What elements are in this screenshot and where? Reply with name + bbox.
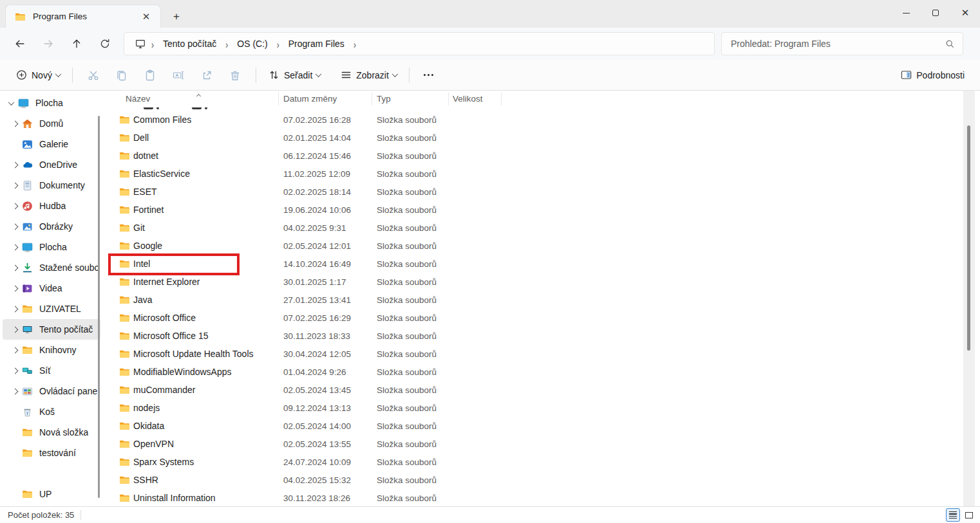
back-button[interactable]	[9, 33, 31, 55]
copy-button[interactable]	[108, 64, 136, 87]
sidebar-item-sta-en-soubo[interactable]: Stažené soubo	[3, 257, 100, 278]
table-row[interactable]: SSHR 04.02.2025 15:32 Složka souborů	[103, 471, 963, 489]
column-header-size[interactable]: Velikost	[453, 94, 483, 104]
expand-chevron-icon[interactable]	[8, 307, 22, 311]
delete-button[interactable]	[221, 64, 249, 87]
sort-button[interactable]: Seřadit	[263, 65, 326, 85]
video-icon	[22, 283, 33, 294]
view-button-label: Zobrazit	[356, 70, 389, 80]
expand-chevron-icon[interactable]	[8, 225, 22, 229]
sidebar-item-dokumenty[interactable]: Dokumenty	[3, 175, 100, 196]
table-row[interactable]: Sparx Systems 24.07.2024 10:09 Složka so…	[103, 453, 963, 471]
expand-chevron-icon[interactable]	[8, 122, 22, 126]
rename-button[interactable]	[164, 64, 193, 87]
share-button[interactable]	[193, 64, 221, 87]
sidebar-item-plocha[interactable]: Plocha	[3, 93, 100, 113]
cut-button[interactable]	[79, 64, 108, 87]
sidebar-item-onedrive[interactable]: OneDrive	[3, 154, 100, 175]
search-box[interactable]: Prohledat: Program Files	[721, 32, 963, 55]
table-row[interactable]: OpenVPN 02.05.2024 13:55 Složka souborů	[103, 435, 963, 453]
sidebar-item-testov-n-[interactable]: testování	[3, 443, 100, 463]
table-row[interactable]: Google 02.05.2024 12:01 Složka souborů	[103, 237, 963, 255]
file-date-modified: 01.04.2024 9:26	[283, 367, 346, 377]
close-button[interactable]: ✕	[950, 0, 980, 26]
expand-chevron-icon[interactable]	[8, 266, 22, 270]
table-row[interactable]: Microsoft Update Health Tools 30.04.2024…	[103, 345, 963, 363]
column-separator[interactable]	[278, 93, 279, 106]
table-row[interactable]: ElasticService 11.02.2025 12:09 Složka s…	[103, 165, 963, 183]
maximize-button[interactable]	[921, 0, 950, 26]
expand-chevron-icon[interactable]	[8, 369, 22, 373]
sidebar-item-galerie[interactable]: Galerie	[3, 134, 100, 154]
expand-chevron-icon[interactable]	[8, 327, 22, 332]
expand-chevron-icon[interactable]	[8, 389, 22, 394]
sidebar-item-hudba[interactable]: Hudba	[3, 196, 100, 216]
new-tab-button[interactable]: +	[169, 9, 184, 24]
table-row[interactable]: Internet Explorer 30.01.2025 1:17 Složka…	[103, 273, 963, 291]
table-row[interactable]: nodejs 09.12.2024 13:13 Složka souborů	[103, 399, 963, 417]
expand-chevron-icon[interactable]	[8, 163, 22, 167]
view-button[interactable]: Zobrazit	[335, 65, 402, 85]
file-date-modified: 04.02.2025 15:32	[283, 475, 351, 485]
sidebar-item-uzivatel[interactable]: UZIVATEL	[3, 298, 100, 319]
table-row[interactable]: Common Files 07.02.2025 16:28 Složka sou…	[103, 111, 963, 129]
tab-close-icon[interactable]: ✕	[138, 9, 154, 24]
sidebar-scrollbar[interactable]	[98, 116, 100, 498]
table-row[interactable]: Git 04.02.2025 9:31 Složka souborů	[103, 219, 963, 237]
expand-chevron-icon[interactable]	[8, 245, 22, 250]
large-icons-view-button[interactable]	[962, 508, 976, 522]
table-row[interactable]: ModifiableWindowsApps 01.04.2024 9:26 Sl…	[103, 363, 963, 381]
breadcrumb-chevron-icon[interactable]: ›	[350, 38, 360, 51]
list-scrollbar-thumb[interactable]	[967, 125, 970, 351]
breadcrumb-item[interactable]: OS (C:)	[232, 36, 272, 51]
new-button[interactable]: Nový	[10, 65, 66, 85]
expand-chevron-icon[interactable]	[8, 183, 22, 188]
table-row[interactable]: muCommander 02.05.2024 13:45 Složka soub…	[103, 381, 963, 399]
table-row[interactable]: Microsoft Office 07.02.2025 16:29 Složka…	[103, 309, 963, 327]
table-row[interactable]: Dell 02.01.2025 14:04 Složka souborů	[103, 129, 963, 147]
chevron-down-icon	[316, 71, 322, 77]
sidebar-item-dom-[interactable]: Domů	[3, 113, 100, 134]
details-view-button[interactable]	[946, 508, 960, 522]
table-row[interactable]: Uninstall Information 30.11.2023 18:26 S…	[103, 489, 963, 507]
column-separator[interactable]	[501, 93, 502, 106]
table-row[interactable]: ESET 02.02.2025 18:14 Složka souborů	[103, 183, 963, 201]
column-header-name[interactable]: Název	[126, 94, 150, 104]
sidebar-item-s-[interactable]: Síť	[3, 360, 100, 381]
expand-chevron-icon[interactable]	[4, 101, 18, 106]
sidebar-item-ovl-dac-pane[interactable]: Ovládací pane	[3, 381, 100, 401]
breadcrumb-item[interactable]: Program Files	[283, 36, 350, 51]
table-row[interactable]: Okidata 02.05.2024 14:00 Složka souborů	[103, 417, 963, 435]
table-row[interactable]: Microsoft Office 15 30.11.2023 18:33 Slo…	[103, 327, 963, 345]
back-arrow-icon	[14, 38, 26, 50]
forward-button[interactable]	[37, 33, 59, 55]
breadcrumb-item[interactable]: Tento počítač	[158, 36, 221, 51]
details-pane-button[interactable]: Podrobnosti	[895, 65, 970, 85]
sidebar-item-plocha[interactable]: Plocha	[3, 237, 100, 257]
sidebar-item-obr-zky[interactable]: Obrázky	[3, 216, 100, 237]
table-row[interactable]: Fortinet 19.06.2024 10:06 Složka souborů	[103, 201, 963, 219]
sidebar-item-videa[interactable]: Videa	[3, 278, 100, 298]
table-row[interactable]: dotnet 06.12.2024 15:46 Složka souborů	[103, 147, 963, 165]
expand-chevron-icon[interactable]	[8, 348, 22, 353]
more-options-button[interactable]	[416, 74, 441, 76]
column-header-date[interactable]: Datum změny	[283, 94, 337, 104]
expand-chevron-icon[interactable]	[8, 204, 22, 208]
explorer-tab[interactable]: Program Files ✕	[5, 5, 161, 28]
paste-button[interactable]	[136, 64, 164, 87]
table-row[interactable]: Java 27.01.2025 13:41 Složka souborů	[103, 291, 963, 309]
breadcrumb-bar[interactable]: ›Tento počítač›OS (C:)›Program Files›	[124, 32, 715, 55]
column-header-type[interactable]: Typ	[377, 94, 391, 104]
refresh-button[interactable]	[94, 33, 116, 55]
sidebar-item-tento-po-ta-[interactable]: Tento počítač	[3, 319, 100, 340]
column-separator[interactable]	[372, 93, 372, 106]
sidebar-item-up[interactable]: UP	[3, 484, 100, 504]
up-button[interactable]	[66, 33, 88, 55]
column-separator[interactable]	[448, 93, 449, 106]
sidebar-item-knihovny[interactable]: Knihovny	[3, 340, 100, 360]
sidebar-item-nov-slo-ka[interactable]: Nová složka	[3, 422, 100, 443]
minimize-button[interactable]	[891, 0, 921, 26]
sidebar-item-ko-[interactable]: Koš	[3, 401, 100, 422]
expand-chevron-icon[interactable]	[8, 286, 22, 291]
list-scrollbar-track[interactable]	[963, 91, 975, 506]
